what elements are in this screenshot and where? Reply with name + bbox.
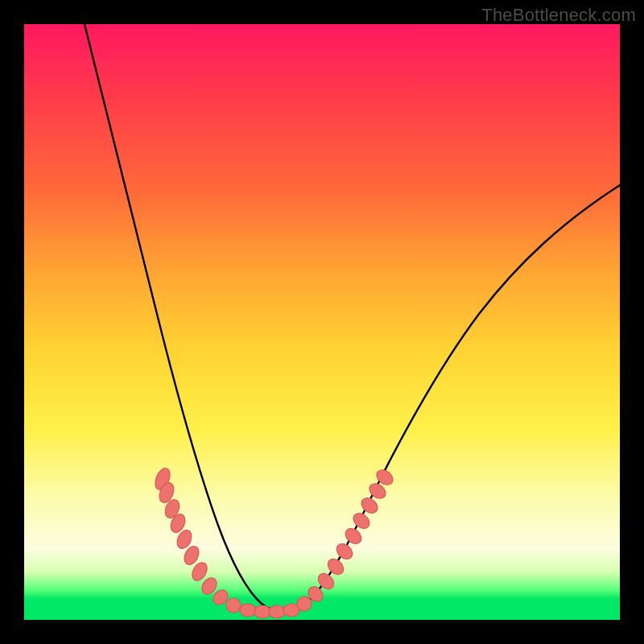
marker-dot (333, 541, 355, 563)
bottleneck-curve (80, 24, 620, 611)
marker-group (152, 466, 395, 618)
marker-dot (226, 598, 241, 613)
marker-dot (240, 604, 256, 617)
marker-dot (269, 605, 285, 618)
marker-dot (342, 526, 364, 547)
outer-frame: TheBottleneck.com (0, 0, 644, 644)
curve-layer (24, 24, 620, 620)
plot-area (24, 24, 620, 620)
marker-dot (350, 510, 372, 531)
marker-dot (254, 605, 270, 618)
watermark-text: TheBottleneck.com (481, 5, 636, 26)
